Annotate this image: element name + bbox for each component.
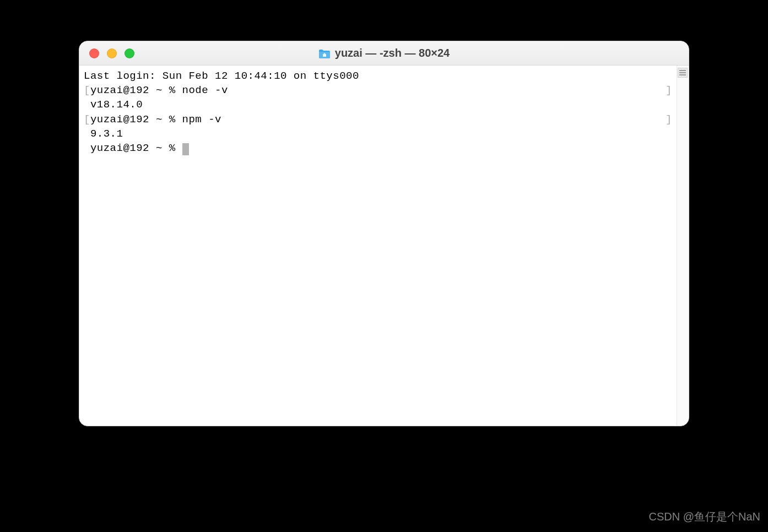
close-button[interactable] <box>89 48 99 58</box>
prompt-bracket-right: ] <box>666 83 672 97</box>
terminal-window: yuzai — -zsh — 80×24 Last login: Sun Feb… <box>79 41 689 426</box>
watermark-text: CSDN @鱼仔是个NaN <box>648 509 760 524</box>
command-text: npm -v <box>182 113 221 126</box>
prompt-bracket-left: [ <box>84 113 90 126</box>
title-bar: yuzai — -zsh — 80×24 <box>79 41 689 66</box>
command-text: node -v <box>182 84 228 96</box>
minimize-button[interactable] <box>107 48 117 58</box>
home-folder-icon <box>318 48 331 58</box>
command-line: [yuzai@192 ~ % npm -v] <box>84 112 672 127</box>
terminal-body: Last login: Sun Feb 12 10:44:10 on ttys0… <box>79 66 689 426</box>
output-line: 9.3.1 <box>84 127 672 141</box>
window-title-text: yuzai — -zsh — 80×24 <box>335 47 450 59</box>
prompt-bracket-left <box>84 142 90 154</box>
output-line: v18.14.0 <box>84 97 672 112</box>
prompt-bracket-right: ] <box>666 112 672 127</box>
prompt: yuzai@192 ~ % <box>90 84 182 96</box>
prompt-bracket-left: [ <box>84 84 90 96</box>
prompt-line: yuzai@192 ~ % <box>84 141 672 155</box>
zoom-button[interactable] <box>125 48 134 58</box>
window-title: yuzai — -zsh — 80×24 <box>79 47 689 59</box>
terminal-content[interactable]: Last login: Sun Feb 12 10:44:10 on ttys0… <box>79 66 677 426</box>
scrollbar[interactable] <box>677 66 689 426</box>
prompt: yuzai@192 ~ % <box>90 113 182 126</box>
cursor-icon <box>182 143 189 155</box>
prompt: yuzai@192 ~ % <box>90 142 182 154</box>
last-login-line: Last login: Sun Feb 12 10:44:10 on ttys0… <box>84 69 672 83</box>
traffic-lights <box>79 48 134 58</box>
command-line: [yuzai@192 ~ % node -v] <box>84 83 672 97</box>
scrollbar-indicator-icon <box>678 68 688 78</box>
